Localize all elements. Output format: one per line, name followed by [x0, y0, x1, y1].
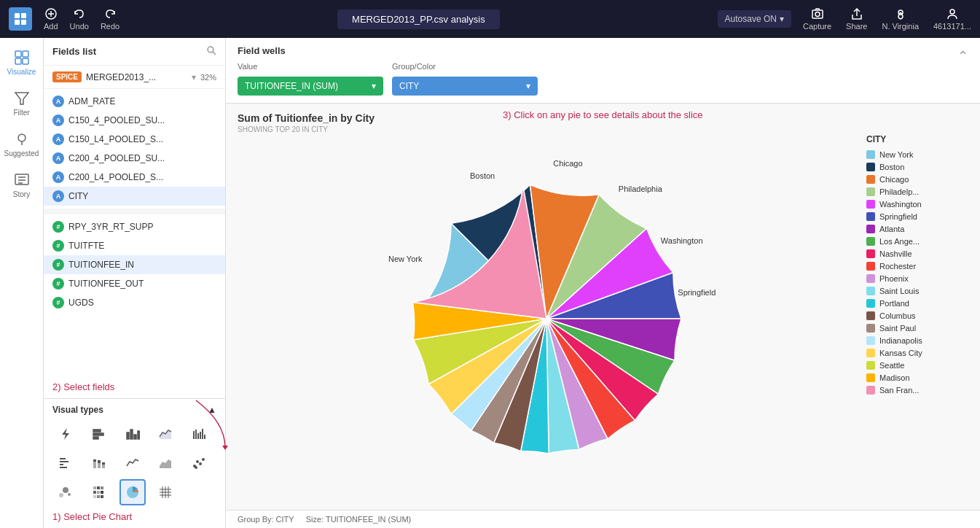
legend-color — [866, 150, 875, 159]
legend-item-16: Kansas City — [866, 349, 968, 357]
field-badge: # — [52, 297, 64, 308]
legend-item-9: Rochester — [866, 262, 968, 271]
visual-type-7[interactable] — [119, 450, 146, 476]
field-label: ADM_RATE — [68, 96, 115, 106]
field-item-tuitionfee_in[interactable]: #TUITIONFEE_IN — [44, 255, 225, 274]
field-label: TUITIONFEE_OUT — [68, 279, 144, 289]
group-label: Group/Color — [392, 62, 538, 71]
field-item-c150_4_pooled_su[interactable]: AC150_4_POOLED_SU... — [44, 111, 225, 130]
visual-type-0[interactable] — [52, 421, 79, 447]
svg-point-53 — [202, 458, 205, 461]
legend-label: Kansas City — [879, 349, 922, 357]
legend-item-15: Indianapolis — [866, 336, 968, 345]
field-item-c200_l4_pooled_s[interactable]: AC200_L4_POOLED_S... — [44, 168, 225, 187]
chart-title: Sum of Tuitionfee_in by City — [238, 112, 855, 124]
value-well: Value TUITIONFEE_IN (SUM) ▾ — [238, 62, 383, 96]
sidebar-item-filter[interactable]: Filter — [0, 85, 43, 123]
add-button[interactable]: Add — [44, 7, 58, 31]
pie-chart[interactable] — [393, 166, 699, 472]
field-item-c200_4_pooled_su[interactable]: AC200_4_POOLED_SU... — [44, 149, 225, 168]
visual-type-8[interactable] — [152, 450, 179, 476]
legend-label: Nashville — [879, 249, 912, 258]
visual-type-1[interactable] — [86, 421, 112, 447]
legend-item-17: Seattle — [866, 361, 968, 370]
field-item-rpy_3yr_rt_supp[interactable]: #RPY_3YR_RT_SUPP — [44, 217, 225, 236]
svg-point-54 — [195, 466, 197, 469]
autosave-toggle[interactable]: Autosave ON ▾ — [718, 10, 791, 28]
svg-rect-3 — [21, 20, 26, 25]
redo-button[interactable]: Redo — [101, 7, 119, 31]
legend-label: Boston — [879, 163, 904, 171]
field-item-adm_rate[interactable]: AADM_RATE — [44, 92, 225, 111]
sidebar-item-suggested[interactable]: Suggested — [0, 125, 43, 163]
region-button[interactable]: N. Virginia — [882, 7, 919, 31]
field-item-tuitfte[interactable]: #TUITFTE — [44, 236, 225, 255]
chart-body: New YorkBostonChicagoPhiladelphiaWashing… — [238, 136, 855, 501]
visual-type-6[interactable] — [86, 450, 112, 476]
legend-color — [866, 324, 875, 333]
legend-label: Seattle — [879, 361, 904, 370]
fields-list: AADM_RATEAC150_4_POOLED_SU...AC150_L4_PO… — [44, 89, 225, 378]
field-wells-close[interactable]: ⌃ — [957, 48, 968, 64]
legend-color — [866, 200, 875, 209]
svg-point-10 — [950, 9, 954, 14]
legend-item-11: Saint Louis — [866, 287, 968, 295]
value-field-input[interactable]: TUITIONFEE_IN (SUM) ▾ — [238, 77, 383, 96]
field-wells: Field wells Value TUITIONFEE_IN (SUM) ▾ … — [226, 38, 980, 104]
dataset-name: MERGED2013_... — [86, 72, 187, 82]
user-button[interactable]: 4613171... — [933, 7, 971, 31]
svg-rect-39 — [60, 458, 66, 459]
svg-rect-2 — [15, 20, 20, 25]
field-item-ugds[interactable]: #UGDS — [44, 293, 225, 312]
sidebar-item-story[interactable]: Story — [0, 166, 43, 204]
legend-color — [866, 386, 875, 395]
group-well: Group/Color CITY ▾ — [392, 62, 538, 96]
capture-button[interactable]: Capture — [803, 7, 831, 31]
svg-rect-66 — [101, 495, 103, 498]
sidebar-item-visualize[interactable]: Visualize — [0, 44, 43, 82]
visual-type-11[interactable] — [86, 479, 112, 505]
svg-rect-64 — [93, 495, 96, 498]
field-label: C200_L4_POOLED_S... — [68, 172, 163, 182]
svg-point-57 — [68, 493, 71, 496]
field-badge: A — [52, 190, 64, 202]
fields-panel: Fields list SPICE MERGED2013_... ▾ 32% A… — [44, 38, 226, 528]
field-label: UGDS — [68, 298, 94, 308]
visual-type-10[interactable] — [52, 479, 79, 505]
search-icon[interactable] — [206, 45, 216, 58]
field-item-c150_l4_pooled_s[interactable]: AC150_L4_POOLED_S... — [44, 130, 225, 149]
field-badge: # — [52, 278, 64, 290]
legend-label: Washington — [879, 200, 922, 209]
field-label: CITY — [68, 191, 88, 201]
legend-color — [866, 249, 875, 258]
svg-rect-61 — [93, 491, 96, 494]
visual-type-12[interactable] — [119, 479, 146, 505]
visual-type-9[interactable] — [186, 450, 212, 476]
field-item-tuitionfee_out[interactable]: #TUITIONFEE_OUT — [44, 274, 225, 293]
share-button[interactable]: Share — [846, 7, 867, 31]
legend-label: Columbus — [879, 311, 916, 320]
svg-rect-1 — [21, 13, 26, 18]
visual-type-5[interactable] — [52, 450, 79, 476]
visual-type-2[interactable] — [119, 421, 146, 447]
legend-color — [866, 187, 875, 196]
title-area: MERGED2013_PP.csv analysis — [131, 9, 705, 29]
legend-color — [866, 237, 875, 246]
svg-point-51 — [196, 460, 199, 463]
svg-rect-63 — [101, 491, 103, 494]
fields-title: Fields list — [52, 46, 96, 57]
undo-button[interactable]: Undo — [70, 7, 89, 31]
legend-color — [866, 262, 875, 271]
legend-item-1: Boston — [866, 163, 968, 171]
visual-type-13[interactable] — [152, 479, 179, 505]
field-item-city[interactable]: ACITY — [44, 187, 225, 206]
visual-type-3[interactable] — [152, 421, 179, 447]
svg-rect-0 — [15, 13, 20, 18]
footer-group: Group By: CITY — [238, 515, 294, 524]
group-field-input[interactable]: CITY ▾ — [392, 77, 538, 96]
svg-rect-13 — [15, 58, 21, 64]
legend-label: Phoenix — [879, 274, 909, 283]
legend-color — [866, 175, 875, 184]
svg-rect-42 — [60, 467, 67, 468]
svg-rect-26 — [93, 430, 101, 432]
